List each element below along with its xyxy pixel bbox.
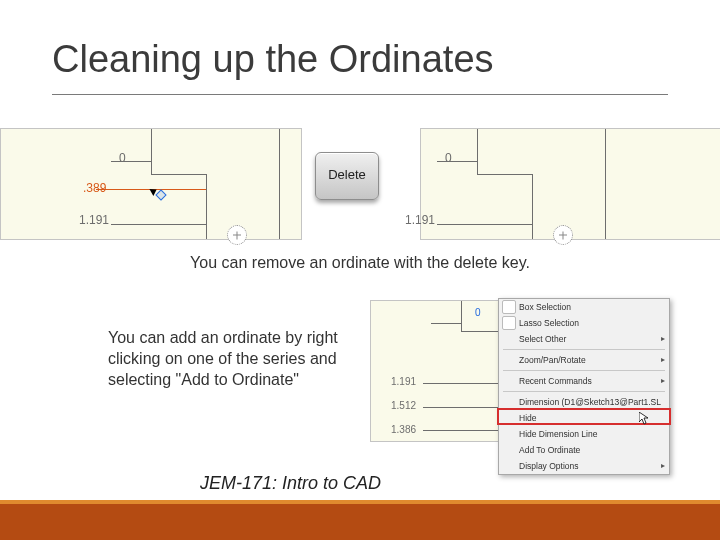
title-underline — [52, 94, 668, 95]
dim-value: 1.191 — [405, 213, 435, 227]
menu-separator — [503, 370, 665, 371]
hole-circle — [553, 225, 573, 245]
part-edge — [605, 129, 606, 239]
dim-value: 1.512 — [391, 400, 416, 411]
menu-label: Lasso Selection — [519, 318, 579, 328]
menu-label: Select Other — [519, 334, 566, 344]
dim-datum: 0 — [119, 151, 126, 165]
dim-value: 1.191 — [79, 213, 109, 227]
ext-line — [111, 161, 151, 162]
box-selection-icon — [502, 300, 516, 314]
cad-panel-before: 0 .389 1.191 — [0, 128, 302, 240]
caption-delete: You can remove an ordinate with the dele… — [160, 254, 560, 272]
part-edge — [151, 129, 152, 174]
menu-item-zoom-pan-rotate[interactable]: Zoom/Pan/Rotate — [499, 352, 669, 368]
cursor-icon — [639, 412, 651, 428]
ext-line — [423, 383, 499, 384]
context-menu: Box Selection Lasso Selection Select Oth… — [498, 298, 670, 475]
lasso-selection-icon — [502, 316, 516, 330]
dim-datum: 0 — [445, 151, 452, 165]
menu-label: Zoom/Pan/Rotate — [519, 355, 586, 365]
dim-value: 1.386 — [391, 424, 416, 435]
part-edge — [461, 301, 462, 331]
dim-value: 1.191 — [391, 376, 416, 387]
menu-label: Add To Ordinate — [519, 445, 580, 455]
row-add-example: 0 1.191 1.512 1.386 Box Selection Lasso … — [370, 300, 670, 440]
part-edge — [279, 129, 280, 239]
hole-circle — [227, 225, 247, 245]
menu-label: Dimension (D1@Sketch13@Part1.SL — [519, 397, 661, 407]
ext-line — [111, 224, 206, 225]
ext-line — [423, 430, 499, 431]
menu-label: Hide Dimension Line — [519, 429, 597, 439]
footer-bar — [0, 504, 720, 540]
cad-panel-after: 0 1.191 — [420, 128, 720, 240]
cad-panel-menu: 0 1.191 1.512 1.386 — [370, 300, 502, 442]
menu-item-display-options[interactable]: Display Options — [499, 458, 669, 474]
ext-line — [431, 323, 461, 324]
caption-add: You can add an ordinate by right clickin… — [108, 328, 343, 390]
menu-item-select-other[interactable]: Select Other — [499, 331, 669, 347]
ext-line — [423, 407, 499, 408]
menu-item-recent-commands[interactable]: Recent Commands — [499, 373, 669, 389]
menu-separator — [503, 349, 665, 350]
part-edge — [477, 129, 478, 174]
slide-title: Cleaning up the Ordinates — [52, 38, 494, 81]
part-edge — [151, 174, 206, 175]
part-edge — [477, 174, 532, 175]
delete-keycap: Delete — [315, 152, 379, 200]
menu-separator — [503, 391, 665, 392]
delete-key-label: Delete — [316, 167, 378, 182]
selected-ordinate-value: .389 — [83, 181, 106, 195]
menu-label: Display Options — [519, 461, 579, 471]
ext-line — [437, 161, 477, 162]
menu-label: Recent Commands — [519, 376, 592, 386]
dim-datum: 0 — [475, 307, 481, 318]
menu-item-box-selection[interactable]: Box Selection — [499, 299, 669, 315]
menu-item-lasso-selection[interactable]: Lasso Selection — [499, 315, 669, 331]
part-edge — [461, 331, 501, 332]
part-edge — [206, 174, 207, 239]
ext-line — [437, 224, 532, 225]
menu-item-dimension-ref: Dimension (D1@Sketch13@Part1.SL — [499, 394, 669, 410]
menu-item-hide-dimension-line[interactable]: Hide Dimension Line — [499, 426, 669, 442]
menu-label: Hide — [519, 413, 536, 423]
part-edge — [532, 174, 533, 239]
course-footer: JEM-171: Intro to CAD — [200, 473, 381, 494]
menu-item-add-to-ordinate[interactable]: Add To Ordinate — [499, 442, 669, 458]
menu-label: Box Selection — [519, 302, 571, 312]
